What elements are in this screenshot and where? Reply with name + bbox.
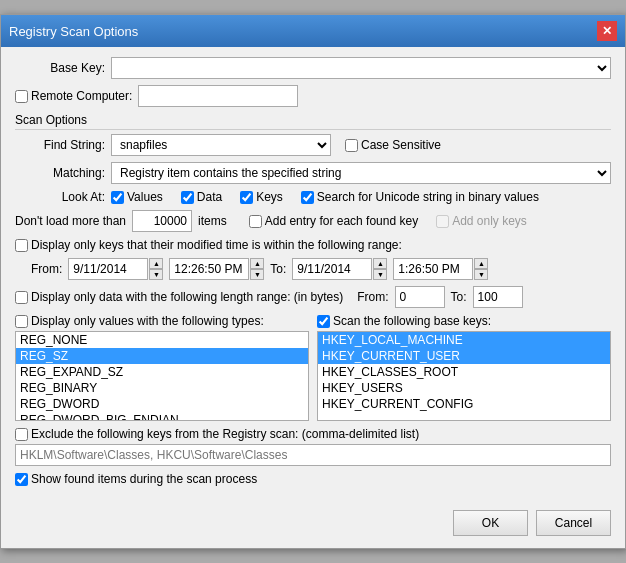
from-date-input[interactable] xyxy=(68,258,148,280)
add-entry-check-group: Add entry for each found key xyxy=(249,214,418,228)
data-checkbox[interactable] xyxy=(181,191,194,204)
to-date-input-group: ▲ ▼ xyxy=(292,258,387,280)
to-label: To: xyxy=(270,262,286,276)
from-date-up-btn[interactable]: ▲ xyxy=(149,258,163,269)
to-date-down-btn[interactable]: ▼ xyxy=(373,269,387,280)
close-button[interactable]: ✕ xyxy=(597,21,617,41)
exclude-keys-row: Exclude the following keys from the Regi… xyxy=(15,427,611,466)
show-found-checkbox[interactable] xyxy=(15,473,28,486)
list-item[interactable]: REG_NONE xyxy=(16,332,308,348)
matching-label: Matching: xyxy=(15,166,105,180)
base-key-row: Base Key: xyxy=(15,57,611,79)
scan-base-keys-header: Scan the following base keys: xyxy=(317,314,611,328)
length-from-input[interactable] xyxy=(395,286,445,308)
find-string-row: Find String: snapfiles Case Sensitive xyxy=(15,134,611,156)
dont-load-row: Don't load more than items Add entry for… xyxy=(15,210,611,232)
display-length-checkbox[interactable] xyxy=(15,291,28,304)
list-item[interactable]: HKEY_CURRENT_CONFIG xyxy=(318,396,610,412)
length-from-label: From: xyxy=(357,290,388,304)
to-time-input-group: ▲ ▼ xyxy=(393,258,488,280)
from-time-input[interactable] xyxy=(169,258,249,280)
matching-select[interactable]: Registry item contains the specified str… xyxy=(111,162,611,184)
look-at-label: Look At: xyxy=(15,190,105,204)
list-item[interactable]: HKEY_CLASSES_ROOT xyxy=(318,364,610,380)
display-length-row: Display only data with the following len… xyxy=(15,286,611,308)
exclude-keys-label: Exclude the following keys from the Regi… xyxy=(31,427,419,441)
base-keys-col: Scan the following base keys: HKEY_LOCAL… xyxy=(317,314,611,421)
base-key-label: Base Key: xyxy=(15,61,105,75)
cancel-button[interactable]: Cancel xyxy=(536,510,611,536)
value-types-col: Display only values with the following t… xyxy=(15,314,309,421)
remote-computer-label: Remote Computer: xyxy=(31,89,132,103)
exclude-keys-input[interactable] xyxy=(15,444,611,466)
display-types-checkbox[interactable] xyxy=(15,315,28,328)
to-time-down-btn[interactable]: ▼ xyxy=(474,269,488,280)
unicode-check-group: Search for Unicode string in binary valu… xyxy=(301,190,539,204)
display-modified-check-group: Display only keys that their modified ti… xyxy=(15,238,402,252)
to-date-input[interactable] xyxy=(292,258,372,280)
keys-label: Keys xyxy=(256,190,283,204)
registry-scan-dialog: Registry Scan Options ✕ Base Key: Remote… xyxy=(0,14,626,549)
matching-row: Matching: Registry item contains the spe… xyxy=(15,162,611,184)
title-bar: Registry Scan Options ✕ xyxy=(1,15,625,47)
list-item[interactable]: REG_BINARY xyxy=(16,380,308,396)
from-time-input-group: ▲ ▼ xyxy=(169,258,264,280)
unicode-checkbox[interactable] xyxy=(301,191,314,204)
ok-button[interactable]: OK xyxy=(453,510,528,536)
from-date-down-btn[interactable]: ▼ xyxy=(149,269,163,280)
dialog-content: Base Key: Remote Computer: Scan Options … xyxy=(1,47,625,502)
length-to-input[interactable] xyxy=(473,286,523,308)
keys-checkbox[interactable] xyxy=(240,191,253,204)
display-length-label: Display only data with the following len… xyxy=(31,290,343,304)
list-item[interactable]: HKEY_USERS xyxy=(318,380,610,396)
case-sensitive-label: Case Sensitive xyxy=(361,138,441,152)
exclude-keys-check-group: Exclude the following keys from the Regi… xyxy=(15,427,419,441)
remote-computer-input[interactable] xyxy=(138,85,298,107)
value-types-listbox[interactable]: REG_NONE REG_SZ REG_EXPAND_SZ REG_BINARY… xyxy=(15,331,309,421)
display-modified-checkbox[interactable] xyxy=(15,239,28,252)
base-key-select[interactable] xyxy=(111,57,611,79)
from-date-input-group: ▲ ▼ xyxy=(68,258,163,280)
items-label: items xyxy=(198,214,227,228)
list-item[interactable]: REG_DWORD_BIG_ENDIAN xyxy=(16,412,308,421)
remote-computer-row: Remote Computer: xyxy=(15,85,611,107)
dont-load-input[interactable] xyxy=(132,210,192,232)
base-keys-listbox[interactable]: HKEY_LOCAL_MACHINE HKEY_CURRENT_USER HKE… xyxy=(317,331,611,421)
values-checkbox[interactable] xyxy=(111,191,124,204)
add-entry-label: Add entry for each found key xyxy=(265,214,418,228)
show-found-row: Show found items during the scan process xyxy=(15,472,611,486)
date-range-row: From: ▲ ▼ ▲ ▼ To: ▲ ▼ xyxy=(15,258,611,280)
scan-options-header: Scan Options xyxy=(15,113,611,130)
dont-load-label: Don't load more than xyxy=(15,214,126,228)
from-time-down-btn[interactable]: ▼ xyxy=(250,269,264,280)
find-string-select[interactable]: snapfiles xyxy=(111,134,331,156)
show-found-check-group: Show found items during the scan process xyxy=(15,472,257,486)
case-sensitive-checkbox[interactable] xyxy=(345,139,358,152)
display-modified-label: Display only keys that their modified ti… xyxy=(31,238,402,252)
display-length-check-group: Display only data with the following len… xyxy=(15,290,343,304)
to-date-up-btn[interactable]: ▲ xyxy=(373,258,387,269)
add-only-keys-checkbox[interactable] xyxy=(436,215,449,228)
two-list-container: Display only values with the following t… xyxy=(15,314,611,421)
case-sensitive-row: Case Sensitive xyxy=(345,138,441,152)
find-string-label: Find String: xyxy=(15,138,105,152)
list-item[interactable]: HKEY_LOCAL_MACHINE xyxy=(318,332,610,348)
to-time-up-btn[interactable]: ▲ xyxy=(474,258,488,269)
show-found-label: Show found items during the scan process xyxy=(31,472,257,486)
length-to-label: To: xyxy=(451,290,467,304)
to-time-input[interactable] xyxy=(393,258,473,280)
list-item[interactable]: REG_EXPAND_SZ xyxy=(16,364,308,380)
scan-base-keys-label: Scan the following base keys: xyxy=(333,314,491,328)
list-item[interactable]: HKEY_CURRENT_USER xyxy=(318,348,610,364)
from-time-up-btn[interactable]: ▲ xyxy=(250,258,264,269)
list-item[interactable]: REG_SZ xyxy=(16,348,308,364)
display-types-header: Display only values with the following t… xyxy=(15,314,309,328)
exclude-keys-checkbox[interactable] xyxy=(15,428,28,441)
add-entry-checkbox[interactable] xyxy=(249,215,262,228)
display-modified-row: Display only keys that their modified ti… xyxy=(15,238,611,252)
scan-base-keys-checkbox[interactable] xyxy=(317,315,330,328)
list-item[interactable]: REG_DWORD xyxy=(16,396,308,412)
data-check-group: Data xyxy=(181,190,222,204)
dialog-title: Registry Scan Options xyxy=(9,24,138,39)
remote-computer-checkbox[interactable] xyxy=(15,90,28,103)
